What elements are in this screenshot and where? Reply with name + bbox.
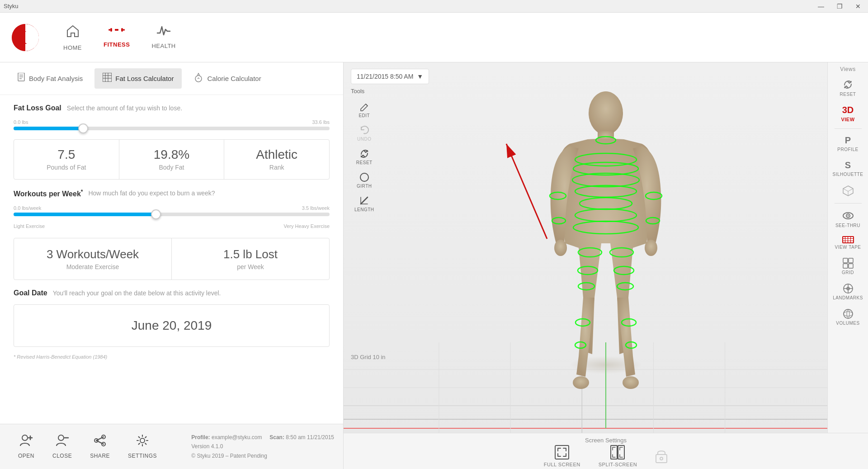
goal-date-header: Goal Date You'll reach your goal on the … [14,289,330,297]
workouts-slider-sublabels: Light Exercise Very Heavy Exercise [14,223,330,229]
silhouette-view-icon: S [845,160,851,171]
tab-calorie[interactable]: Calorie Calculator [185,68,269,89]
tool-reset[interactable]: RESET [351,145,378,169]
fat-loss-label: Fat Loss Calculator [115,75,174,82]
fat-loss-slider-track[interactable] [14,127,330,130]
tool-length[interactable]: LENGTH [351,192,378,216]
close-icon [56,434,69,450]
main-content: Fat Loss Goal Select the amount of fat y… [0,95,343,424]
views-divider-2 [835,203,862,204]
landmarks-label: LANDMARKS [833,295,863,300]
fat-loss-icon [103,73,112,84]
fitness-icon [108,24,125,38]
view-profile[interactable]: P PROFILE [828,132,868,156]
window-controls: — ❐ ✕ [814,0,864,13]
svg-rect-5 [121,28,123,32]
stat-rank-value: Athletic [233,148,320,162]
svg-line-68 [506,144,547,239]
svg-point-70 [360,173,368,181]
minimize-button[interactable]: — [814,0,828,13]
view-tape-icon [842,236,854,243]
view-silhouette[interactable]: S SILHOUETTE [828,156,868,180]
scan-datetime: 8:50 am 11/21/2015 [286,434,334,441]
tool-girth[interactable]: GIRTH [351,169,378,192]
logo-area [7,24,43,51]
lb-lost-card: 1.5 lb Lost per Week [172,238,329,280]
svg-point-16 [195,76,202,82]
svg-rect-83 [849,264,853,268]
full-screen-icon [554,445,570,460]
health-icon [156,24,171,40]
split-screen-button[interactable]: SPLIT-SCREEN [599,445,637,467]
workouts-section: Workouts per Week* How much fat do you e… [14,189,330,229]
full-screen-button[interactable]: FULL SCREEN [544,445,580,467]
view-front-back[interactable] [828,181,868,200]
restore-button[interactable]: ❐ [833,0,846,13]
tab-fat-loss[interactable]: Fat Loss Calculator [94,68,182,89]
goal-date-value: June 20, 2019 [28,318,316,333]
tab-body-fat[interactable]: Body Fat Analysis [9,68,91,89]
profile-email: example@styku.com [212,434,262,441]
fat-loss-title: Fat Loss Goal [14,104,61,112]
svg-point-1 [19,31,32,44]
edit-icon [359,102,369,112]
volumes-icon [843,308,854,319]
home-label: HOME [63,44,82,51]
view-see-thru[interactable]: SEE-THRU [828,206,868,232]
svg-point-27 [140,438,145,443]
top-nav: HOME FITNESS [0,13,868,62]
app-container: HOME FITNESS [0,13,868,469]
svg-point-42 [645,240,657,256]
profile-label: Profile: [191,434,210,441]
nav-fitness[interactable]: FITNESS [93,20,141,55]
tool-undo[interactable]: UNDO [351,122,378,145]
3d-view-label: VIEW [841,117,854,122]
goal-date-section: Goal Date You'll reach your goal on the … [14,289,330,347]
nav-home[interactable]: HOME [52,20,93,55]
fat-loss-slider-min: 0.0 lbs [14,119,28,125]
health-label: HEALTH [151,43,175,49]
svg-line-71 [361,197,368,204]
workouts-slider-track[interactable] [14,213,330,216]
workouts-header: Workouts per Week* How much fat do you e… [14,189,330,198]
workouts-slider-thumb[interactable] [151,209,161,219]
close-button[interactable]: CLOSE [43,431,81,463]
fat-loss-desc: Select the amount of fat you wish to los… [67,104,182,112]
workouts-per-week-label: Moderate Exercise [23,263,162,270]
fat-loss-slider-max: 33.6 lbs [312,119,330,125]
nav-health[interactable]: HEALTH [141,20,186,55]
svg-rect-82 [843,264,848,268]
split-screen-label: SPLIT-SCREEN [599,462,637,467]
view-volumes[interactable]: VOLUMES [828,305,868,329]
full-screen-label: FULL SCREEN [544,462,580,467]
fat-loss-slider-fill [14,127,83,130]
tools-panel: Tools EDIT UNDO [351,88,378,216]
goal-date-title: Goal Date [14,289,47,297]
length-label: LENGTH [354,207,374,212]
fat-loss-slider-thumb[interactable] [78,123,88,133]
stat-pounds-label: Pounds of Fat [23,164,110,171]
view-grid[interactable]: GRID [828,254,868,279]
view-tape[interactable]: VIEW TAPE [828,232,868,253]
view-reset[interactable]: RESET [828,75,868,100]
close-button[interactable]: ✕ [852,0,864,13]
stat-bodyfat-label: Body Fat [128,164,215,171]
workouts-heavy-label: Very Heavy Exercise [284,223,330,229]
stat-rank: Athletic Rank [224,140,329,179]
view-landmarks[interactable]: LANDMARKS [828,280,868,304]
see-thru-label: SEE-THRU [835,223,860,228]
workouts-desc: How much fat do you expect to burn a wee… [88,189,215,197]
svg-line-75 [848,189,853,191]
share-button[interactable]: SHARE [81,431,119,463]
tool-edit[interactable]: EDIT [351,98,378,122]
view-3d[interactable]: 3D VIEW [828,101,868,126]
date-dropdown[interactable]: 11/21/2015 8:50 AM ▼ [351,69,429,84]
screen-settings: Screen Settings FULL SCREEN [344,433,868,469]
svg-point-39 [589,91,623,135]
copyright-info: © Styku 2019 – Patent Pending [191,451,334,460]
open-button[interactable]: OPEN [9,431,43,463]
version: Version 4.1.0 [191,443,223,450]
svg-point-20 [58,435,64,441]
workouts-slider-fill [14,213,156,216]
settings-button[interactable]: SETTINGS [119,431,166,463]
